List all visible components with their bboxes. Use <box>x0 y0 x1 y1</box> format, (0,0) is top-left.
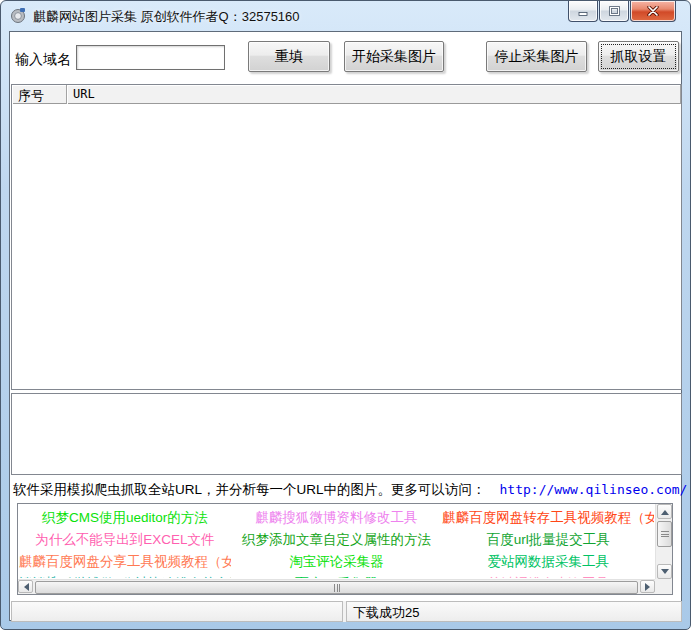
horizontal-scroll-thumb[interactable] <box>35 581 638 594</box>
thumb-grip-icon <box>661 531 669 537</box>
vertical-scrollbar[interactable] <box>655 504 672 579</box>
listview-body[interactable] <box>12 104 681 389</box>
domain-label: 输入域名 <box>15 51 71 69</box>
promo-link[interactable]: 麒麟百度网盘分享工具视频教程（女声） <box>19 553 231 571</box>
scroll-down-button[interactable] <box>657 564 672 579</box>
column-header-index[interactable]: 序号 <box>12 85 67 104</box>
log-panel[interactable] <box>11 393 682 475</box>
statusbar: 下载成功25 <box>11 601 682 622</box>
titlebar[interactable]: 麒麟网站图片采集 原创软件作者Q：32575160 <box>1 1 690 31</box>
info-text: 软件采用模拟爬虫抓取全站URL，并分析每一个URL中的图片。更多可以访问： <box>13 482 486 497</box>
promo-links-listbox: 织梦CMS使用ueditor的方法 麒麟搜狐微博资料修改工具 麒麟百度网盘转存工… <box>17 503 673 595</box>
app-window: 麒麟网站图片采集 原创软件作者Q：32575160 <box>0 0 691 630</box>
refill-button[interactable]: 重填 <box>248 41 330 72</box>
maximize-button[interactable] <box>599 1 629 22</box>
capture-settings-button[interactable]: 抓取设置 <box>598 41 679 72</box>
promo-link[interactable]: 关键词排名查询工具 <box>442 575 654 578</box>
promo-link[interactable]: 麒麟搜狐微博资料修改工具 <box>231 509 443 527</box>
status-pane-right: 下载成功25 <box>346 601 682 622</box>
column-header-url[interactable]: URL <box>67 85 681 104</box>
scroll-up-button[interactable] <box>657 504 672 519</box>
client-area: 输入域名 重填 开始采集图片 停止采集图片 抓取设置 序号 URL 软件采用模拟… <box>9 31 682 621</box>
minimize-button[interactable] <box>568 1 598 22</box>
promo-link[interactable]: 百度url批量提交工具 <box>442 531 654 549</box>
website-link[interactable]: http://www.qilinseo.com/ <box>500 482 688 497</box>
thumb-grip-icon <box>334 584 340 592</box>
app-icon <box>10 7 27 24</box>
stop-collect-button[interactable]: 停止采集图片 <box>486 41 587 72</box>
close-icon <box>647 6 659 16</box>
info-line: 软件采用模拟爬虫抓取全站URL，并分析每一个URL中的图片。更多可以访问：htt… <box>13 481 687 499</box>
window-title: 麒麟网站图片采集 原创软件作者Q：32575160 <box>33 8 300 26</box>
arrow-up-icon <box>661 506 669 515</box>
status-pane-left <box>11 601 343 622</box>
promo-link[interactable]: 爱站网数据采集工具 <box>442 553 654 571</box>
scrollbar-corner <box>655 579 672 594</box>
scroll-left-button[interactable] <box>18 580 33 593</box>
promo-link[interactable]: 织梦添加文章自定义属性的方法 <box>231 531 443 549</box>
close-button[interactable] <box>630 1 676 22</box>
promo-link[interactable]: 织梦CMS使用ueditor的方法 <box>19 509 231 527</box>
listview-header: 序号 URL <box>12 85 681 104</box>
horizontal-scrollbar[interactable] <box>18 579 655 594</box>
minimize-icon <box>578 7 589 16</box>
domain-input[interactable] <box>76 45 225 70</box>
arrow-left-icon <box>20 583 29 591</box>
promo-link[interactable]: 为什么不能导出到EXCEL文件 <box>19 531 231 549</box>
promo-link[interactable]: 百度url采集器 <box>231 575 443 578</box>
maximize-icon <box>609 6 620 16</box>
vertical-scroll-thumb[interactable] <box>657 521 672 547</box>
start-collect-button[interactable]: 开始采集图片 <box>344 41 444 72</box>
promo-link[interactable]: 淘宝评论采集器 <box>231 553 443 571</box>
url-listview: 序号 URL <box>11 84 682 390</box>
window-controls <box>567 1 676 22</box>
promo-link[interactable]: 谈谈搜狐微博做1分钟快速排名的方法 <box>19 575 231 578</box>
arrow-down-icon <box>661 569 669 578</box>
arrow-right-icon <box>645 583 654 591</box>
promo-links-grid: 织梦CMS使用ueditor的方法 麒麟搜狐微博资料修改工具 麒麟百度网盘转存工… <box>19 505 654 578</box>
promo-link[interactable]: 麒麟百度网盘转存工具视频教程（女声） <box>442 509 654 527</box>
scroll-right-button[interactable] <box>640 580 655 593</box>
